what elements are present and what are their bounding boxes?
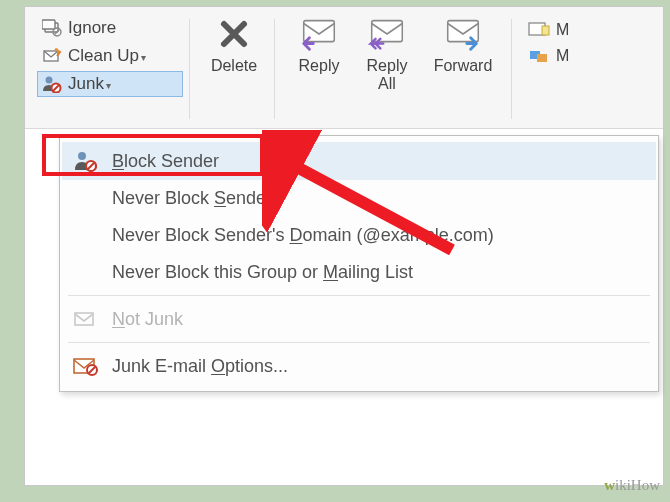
svg-rect-18 (75, 313, 93, 325)
cleanup-button[interactable]: Clean Up▾ (37, 43, 183, 69)
svg-rect-14 (537, 54, 547, 62)
reply-all-button[interactable]: ReplyAll (353, 13, 421, 93)
svg-rect-12 (542, 26, 549, 35)
watermark: wikiHow (604, 477, 660, 494)
ignore-label: Ignore (68, 18, 116, 38)
ribbon-divider (274, 19, 275, 119)
reply-all-icon (366, 13, 408, 55)
app-window: Ignore Clean Up▾ Junk▾ Delete (24, 6, 664, 486)
svg-point-5 (46, 77, 53, 84)
junk-options-icon (72, 355, 98, 377)
menu-never-block-domain[interactable]: Never Block Sender's Domain (@example.co… (62, 217, 656, 254)
chevron-down-icon: ▾ (106, 80, 111, 91)
more-icon (528, 47, 550, 65)
junk-dropdown-menu: Block Sender Never Block Sender Never Bl… (59, 135, 659, 392)
meeting-label: M (556, 21, 569, 39)
menu-label: Never Block Sender's Domain (@example.co… (112, 225, 494, 246)
menu-label: Never Block this Group or Mailing List (112, 262, 413, 283)
delete-button[interactable]: Delete (200, 13, 268, 75)
reply-button[interactable]: Reply (285, 13, 353, 75)
cleanup-icon (42, 46, 62, 66)
menu-separator (68, 342, 650, 343)
not-junk-icon (72, 308, 98, 330)
ribbon-group-right: M M (522, 13, 569, 65)
ribbon-toolbar: Ignore Clean Up▾ Junk▾ Delete (25, 7, 663, 129)
ignore-button[interactable]: Ignore (37, 15, 183, 41)
ribbon-divider (189, 19, 190, 119)
cleanup-label: Clean Up▾ (68, 46, 146, 66)
reply-icon (298, 13, 340, 55)
delete-icon (213, 13, 255, 55)
menu-label: Never Block Sender (112, 188, 272, 209)
svg-rect-1 (42, 20, 55, 29)
menu-label: Junk E-mail Options... (112, 356, 288, 377)
menu-never-block-sender[interactable]: Never Block Sender (62, 180, 656, 217)
delete-label: Delete (211, 57, 257, 75)
menu-never-block-group[interactable]: Never Block this Group or Mailing List (62, 254, 656, 291)
ignore-icon (42, 18, 62, 38)
meeting-button[interactable]: M (528, 21, 569, 39)
reply-label: Reply (299, 57, 340, 75)
svg-rect-10 (448, 21, 479, 42)
ribbon-divider (511, 19, 512, 119)
ribbon-group-delete-left: Ignore Clean Up▾ Junk▾ (37, 13, 183, 97)
menu-block-sender[interactable]: Block Sender (62, 142, 656, 180)
junk-button[interactable]: Junk▾ (37, 71, 183, 97)
svg-point-15 (78, 152, 86, 160)
menu-not-junk: Not Junk (62, 300, 656, 338)
block-sender-icon (72, 150, 98, 172)
forward-button[interactable]: Forward (421, 13, 505, 75)
menu-separator (68, 295, 650, 296)
meeting-icon (528, 21, 550, 39)
junk-icon (42, 74, 62, 94)
more-button[interactable]: M (528, 47, 569, 65)
forward-icon (442, 13, 484, 55)
menu-label: Not Junk (112, 309, 183, 330)
reply-all-label: ReplyAll (367, 57, 408, 93)
menu-junk-options[interactable]: Junk E-mail Options... (62, 347, 656, 385)
junk-label: Junk▾ (68, 74, 111, 94)
more-label: M (556, 47, 569, 65)
menu-label: Block Sender (112, 151, 219, 172)
forward-label: Forward (434, 57, 493, 75)
chevron-down-icon: ▾ (141, 52, 146, 63)
